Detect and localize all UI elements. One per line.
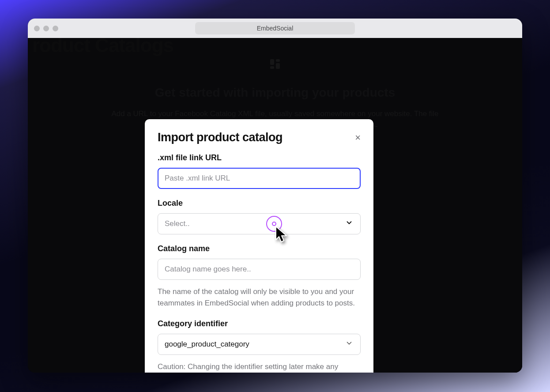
address-text: EmbedSocial	[257, 25, 294, 32]
xml-url-input[interactable]	[158, 168, 361, 189]
category-helper: Caution: Changing the identifier setting…	[158, 361, 361, 373]
page-content: roduct Catalogs Get started with importi…	[28, 38, 522, 373]
xml-label: .xml file link URL	[158, 153, 361, 162]
chevron-down-icon	[345, 339, 353, 349]
import-modal: Import product catalog × .xml file link …	[145, 119, 373, 373]
close-icon[interactable]: ×	[355, 133, 361, 143]
browser-window: EmbedSocial roduct Catalogs Get started …	[28, 19, 522, 373]
catalog-name-input[interactable]	[158, 259, 361, 280]
cursor-icon	[275, 226, 290, 246]
traffic-min[interactable]	[43, 26, 49, 31]
chevron-down-icon	[345, 219, 353, 229]
locale-select[interactable]: Select..	[158, 213, 361, 234]
field-group-category: Category identifier google_product_categ…	[158, 319, 361, 373]
field-group-xml: .xml file link URL	[158, 153, 361, 189]
category-label: Category identifier	[158, 319, 361, 328]
traffic-max[interactable]	[53, 26, 58, 31]
field-group-catalog: Catalog name The name of the catalog wil…	[158, 244, 361, 309]
locale-label: Locale	[158, 199, 361, 208]
traffic-close[interactable]	[34, 26, 40, 31]
traffic-lights	[34, 26, 58, 31]
field-group-locale: Locale Select..	[158, 199, 361, 234]
category-select[interactable]: google_product_category	[158, 334, 361, 355]
locale-select-value: Select..	[165, 219, 190, 228]
category-select-value: google_product_category	[165, 340, 249, 349]
address-bar[interactable]: EmbedSocial	[195, 22, 355, 34]
catalog-helper: The name of the catalog will only be vis…	[158, 286, 361, 309]
modal-title: Import product catalog	[158, 131, 283, 144]
catalog-label: Catalog name	[158, 244, 361, 253]
